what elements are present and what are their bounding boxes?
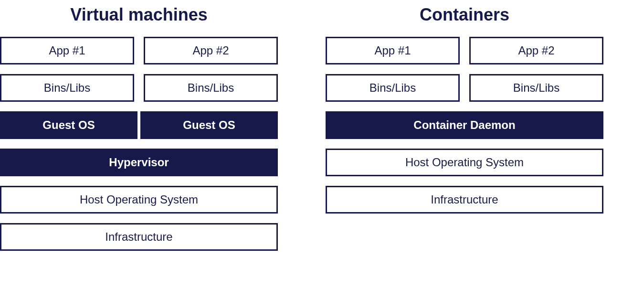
containers-title: Containers [326, 5, 603, 25]
containers-libs-row: Bins/Libs Bins/Libs [326, 74, 603, 102]
containers-infra: Infrastructure [326, 186, 603, 214]
containers-daemon-row: Container Daemon [326, 111, 603, 139]
vm-libs-2: Bins/Libs [144, 74, 278, 102]
vm-guestos-2: Guest OS [140, 111, 278, 139]
containers-app-1: App #1 [326, 37, 460, 64]
vm-libs-row: Bins/Libs Bins/Libs [0, 74, 278, 102]
containers-hostos-row: Host Operating System [326, 149, 603, 176]
vm-apps-row: App #1 App #2 [0, 37, 278, 64]
vm-hypervisor-row: Hypervisor [0, 149, 278, 176]
vm-guestos-row: Guest OS Guest OS [0, 111, 278, 139]
vm-infra-row: Infrastructure [0, 223, 278, 251]
vm-hypervisor: Hypervisor [0, 149, 278, 176]
vm-title: Virtual machines [0, 5, 278, 25]
vm-infra: Infrastructure [0, 223, 278, 251]
vm-guestos-1: Guest OS [0, 111, 137, 139]
vm-app-2: App #2 [144, 37, 278, 64]
containers-app-2: App #2 [469, 37, 603, 64]
containers-hostos: Host Operating System [326, 149, 603, 176]
vm-column: Virtual machines App #1 App #2 Bins/Libs… [0, 5, 278, 284]
vm-libs-1: Bins/Libs [0, 74, 134, 102]
containers-column: Containers App #1 App #2 Bins/Libs Bins/… [326, 5, 603, 284]
vm-hostos: Host Operating System [0, 186, 278, 214]
containers-libs-2: Bins/Libs [469, 74, 603, 102]
containers-libs-1: Bins/Libs [326, 74, 460, 102]
containers-apps-row: App #1 App #2 [326, 37, 603, 64]
vm-hostos-row: Host Operating System [0, 186, 278, 214]
vm-app-1: App #1 [0, 37, 134, 64]
containers-infra-row: Infrastructure [326, 186, 603, 214]
containers-daemon: Container Daemon [326, 111, 603, 139]
